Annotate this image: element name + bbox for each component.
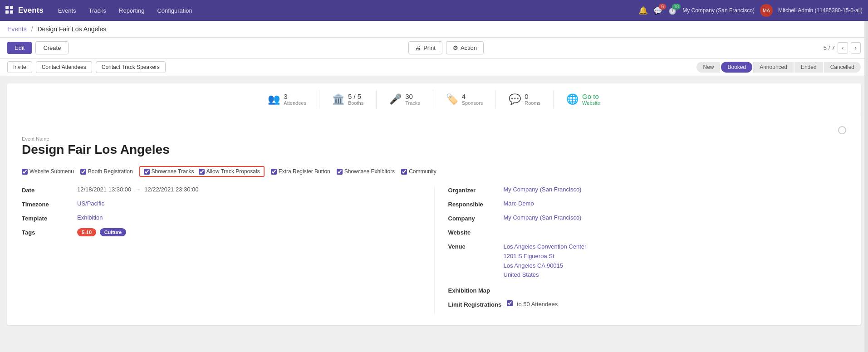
form-grid: Date 12/18/2021 13:30:00 → 12/22/2021 23… [22,186,846,314]
venue-label: Venue [448,242,498,250]
attendees-label: Attendees [284,100,306,106]
venue-line4: United States [504,270,847,280]
nav-tracks[interactable]: Tracks [83,5,112,17]
prev-button[interactable]: ‹ [838,42,848,54]
tag-5-10[interactable]: 5-10 [77,228,96,236]
showcase-tracks-checkbox[interactable] [144,169,150,175]
booths-count: 5 / 5 [348,93,363,100]
venue-line2: 1201 S Figueroa St [504,252,847,261]
status-circle[interactable] [838,126,846,134]
pager-display: 5 / 7 [824,44,835,51]
attendees-stat[interactable]: 👥 3 Attendees [255,90,319,108]
rooms-icon: 💬 [509,93,521,105]
invite-button[interactable]: Invite [7,61,32,73]
timezone-label: Timezone [22,200,72,208]
limit-registrations-label: Limit Registrations [448,300,502,308]
toolbar-right: 5 / 7 ‹ › [824,42,861,54]
grid-icon[interactable] [5,6,14,15]
timezone-value[interactable]: US/Pacific [77,200,434,207]
booth-registration-checkbox[interactable] [80,169,86,175]
limit-registrations-checkbox[interactable] [507,300,513,306]
print-button[interactable]: 🖨 Print [408,41,442,54]
responsible-value[interactable]: Marc Demo [504,200,847,207]
status-booked[interactable]: Booked [721,62,752,73]
booths-stat[interactable]: 🏛️ 5 / 5 Booths [319,90,377,108]
booths-label: Booths [348,100,363,106]
extra-register-button-label: Extra Register Button [279,168,330,175]
app-name: Events [18,6,44,15]
contact-attendees-button[interactable]: Contact Attendees [36,61,92,73]
edit-button[interactable]: Edit [7,42,32,54]
checkbox-website-submenu[interactable]: Website Submenu [22,168,74,175]
timezone-row: Timezone US/Pacific [22,200,434,208]
go-to-website-stat[interactable]: 🌐 Go to Website [554,90,613,108]
checkbox-extra-register-button[interactable]: Extra Register Button [271,168,330,175]
checkbox-allow-track-proposals[interactable]: Allow Track Proposals [199,168,260,175]
company-row: Company My Company (San Francisco) [448,214,847,222]
venue-line3: Los Angeles CA 90015 [504,261,847,271]
date-arrow: → [135,186,141,193]
breadcrumb-current: Design Fair Los Angeles [37,25,106,33]
extra-register-button-checkbox[interactable] [271,169,277,175]
create-button[interactable]: Create [35,41,69,54]
scrollbar[interactable] [864,21,868,332]
venue-value[interactable]: Los Angeles Convention Center 1201 S Fig… [504,242,847,280]
sponsors-count: 4 [462,93,483,100]
website-submenu-checkbox[interactable] [22,169,28,175]
venue-line1: Los Angeles Convention Center [504,242,847,252]
company-value[interactable]: My Company (San Francisco) [504,214,847,221]
checkbox-row: Website Submenu Booth Registration Showc… [22,166,846,177]
limit-registrations-text: to 50 Attendees [517,301,558,308]
community-label: Community [409,168,436,175]
rooms-stat[interactable]: 💬 0 Rooms [496,90,554,108]
tags-row: Tags 5-10 Culture [22,228,434,236]
svg-rect-0 [5,6,9,9]
checkbox-showcase-tracks[interactable]: Showcase Tracks [144,168,194,175]
sponsors-icon: 🏷️ [446,93,458,105]
booths-icon: 🏛️ [332,93,344,105]
limit-registrations-value: to 50 Attendees [507,300,846,308]
community-checkbox[interactable] [401,169,407,175]
organizer-row: Organizer My Company (San Francisco) [448,186,847,194]
action-button[interactable]: ⚙ Action [446,41,484,54]
nav-reporting[interactable]: Reporting [113,5,150,17]
status-cancelled[interactable]: Cancelled [824,62,861,73]
status-announced[interactable]: Announced [753,62,794,73]
responsible-row: Responsible Marc Demo [448,200,847,208]
printer-icon: 🖨 [415,44,421,51]
checkbox-showcase-exhibitors[interactable]: Showcase Exhibitors [337,168,395,175]
activity-icon[interactable]: ⏱️ 18 [668,6,677,15]
template-value[interactable]: Exhibition [77,214,434,221]
checkbox-booth-registration[interactable]: Booth Registration [80,168,133,175]
bell-icon[interactable]: 🔔 [638,6,648,15]
checkbox-community[interactable]: Community [401,168,436,175]
organizer-value[interactable]: My Company (San Francisco) [504,186,847,193]
sponsors-label: Sponsors [462,100,483,106]
status-bar: New Booked Announced Ended Cancelled [696,62,861,73]
tracks-stat[interactable]: 🎤 30 Tracks [377,90,433,108]
form-section-right: Organizer My Company (San Francisco) Res… [434,186,847,314]
sponsors-stat[interactable]: 🏷️ 4 Sponsors [433,90,496,108]
status-new[interactable]: New [696,62,720,73]
avatar[interactable]: MA [760,4,773,17]
allow-track-proposals-checkbox[interactable] [199,169,205,175]
stats-bar: 👥 3 Attendees 🏛️ 5 / 5 Booths 🎤 30 Track… [7,83,861,115]
showcase-exhibitors-checkbox[interactable] [337,169,343,175]
nav-events[interactable]: Events [53,5,82,17]
tag-culture[interactable]: Culture [100,228,127,236]
website-row: Website [448,228,847,236]
date-value: 12/18/2021 13:30:00 → 12/22/2021 23:30:0… [77,186,434,193]
chat-icon[interactable]: 💬 6 [653,6,662,15]
chat-badge: 6 [659,4,666,10]
contact-track-speakers-button[interactable]: Contact Track Speakers [96,61,166,73]
venue-row: Venue Los Angeles Convention Center 1201… [448,242,847,280]
website-label: Website [448,228,498,236]
go-to-website-label: Go to [582,93,600,100]
nav-configuration[interactable]: Configuration [152,5,197,17]
print-label: Print [423,44,436,51]
breadcrumb-parent[interactable]: Events [7,25,27,33]
next-button[interactable]: › [851,42,861,54]
status-ended[interactable]: Ended [794,62,823,73]
tracks-label: Tracks [405,100,420,106]
template-row: Template Exhibition [22,214,434,222]
